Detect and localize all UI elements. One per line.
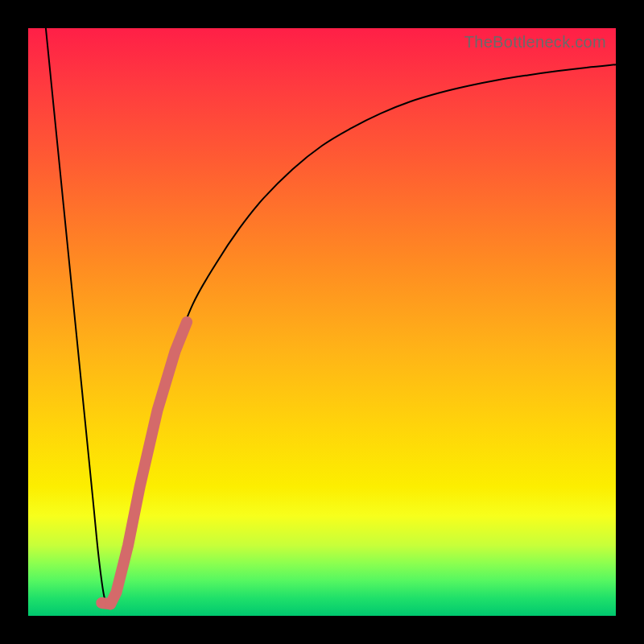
plot-area: TheBottleneck.com [28,28,616,616]
curve-layer [28,28,616,616]
highlight-segment-path [110,322,187,604]
chart-frame: TheBottleneck.com [0,0,644,644]
